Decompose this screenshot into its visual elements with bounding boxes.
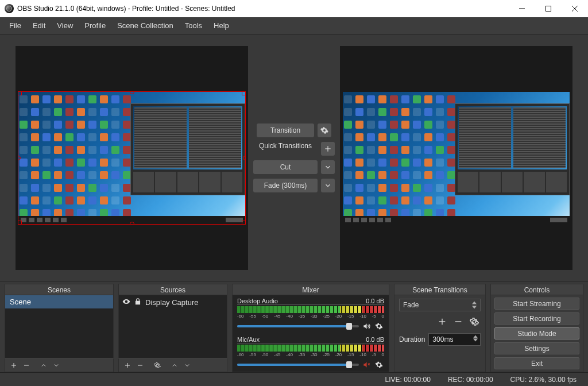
- window-close-button[interactable]: [562, 0, 588, 17]
- source-settings-button[interactable]: [151, 360, 164, 371]
- transition-select-value: Fade: [403, 301, 419, 309]
- scene-transitions-header: Scene Transitions: [394, 284, 486, 295]
- vu-scale: -60-55-50-45-40-35-30-25-20-15-10-50: [237, 352, 384, 357]
- mixer-panel-header: Mixer: [232, 284, 389, 295]
- scene-add-button[interactable]: [7, 360, 20, 371]
- control-button-settings[interactable]: Settings: [494, 342, 579, 354]
- channel-settings-button[interactable]: [374, 321, 384, 331]
- quick-transition-fade-menu[interactable]: [321, 179, 335, 192]
- quick-transition-cut-menu[interactable]: [321, 160, 335, 174]
- mute-button[interactable]: [361, 360, 372, 370]
- vu-scale: -60-55-50-45-40-35-30-25-20-15-10-50: [237, 314, 384, 319]
- menu-edit[interactable]: Edit: [27, 18, 51, 33]
- channel-db: 0.0 dB: [366, 336, 384, 343]
- add-quick-transition-button[interactable]: [321, 142, 335, 156]
- channel-db: 0.0 dB: [366, 298, 384, 304]
- source-item[interactable]: Display Capture: [119, 295, 227, 310]
- menu-view[interactable]: View: [51, 18, 79, 33]
- controls-body: Start StreamingStart RecordingStudio Mod…: [490, 295, 583, 372]
- duration-value: 300ms: [432, 335, 453, 343]
- sources-toolbar: [118, 358, 227, 372]
- window-titlebar: OBS Studio 21.1.0 (64bit, windows) - Pro…: [0, 0, 588, 17]
- mixer-body: Desktop Audio0.0 dB-60-55-50-45-40-35-30…: [232, 295, 389, 372]
- svg-rect-1: [546, 6, 551, 11]
- desktop-icons: [20, 95, 132, 219]
- source-add-button[interactable]: [121, 360, 134, 371]
- resize-handle-mr[interactable]: [243, 156, 245, 160]
- scenes-panel-header: Scenes: [5, 284, 114, 295]
- source-up-button[interactable]: [168, 360, 181, 371]
- scenes-toolbar: [5, 358, 114, 372]
- mixer-panel: Mixer Desktop Audio0.0 dB-60-55-50-45-40…: [232, 284, 389, 372]
- svg-marker-20: [473, 339, 478, 342]
- menu-help[interactable]: Help: [208, 18, 235, 33]
- scene-item[interactable]: Scene: [5, 295, 113, 308]
- transition-button[interactable]: Transition: [257, 123, 314, 137]
- scene-down-button[interactable]: [50, 360, 63, 371]
- mute-button[interactable]: [361, 321, 372, 331]
- quick-transition-fade[interactable]: Fade (300ms): [253, 179, 318, 192]
- resize-handle-bl[interactable]: [18, 221, 22, 224]
- volume-slider[interactable]: [237, 364, 359, 366]
- desktop-icons-program: [344, 95, 457, 219]
- transition-select[interactable]: Fade: [399, 299, 481, 311]
- status-cpu: CPU: 2.6%, 30.00 fps: [510, 376, 577, 384]
- statusbar: LIVE: 00:00:00 REC: 00:00:00 CPU: 2.6%, …: [0, 372, 588, 386]
- transition-add-button[interactable]: [436, 316, 448, 327]
- window-maximize-button[interactable]: [535, 0, 562, 17]
- scenes-panel: Scenes Scene: [5, 284, 114, 372]
- menu-tools[interactable]: Tools: [179, 18, 208, 33]
- status-live: LIVE: 00:00:00: [385, 376, 430, 384]
- sources-panel: Sources Display Capture: [118, 284, 227, 372]
- menu-scene-collection[interactable]: Scene Collection: [111, 18, 179, 33]
- source-remove-button[interactable]: [134, 360, 146, 371]
- control-button-studio-mode[interactable]: Studio Mode: [494, 327, 579, 339]
- quick-transition-cut[interactable]: Cut: [253, 160, 318, 174]
- scenes-list[interactable]: Scene: [5, 295, 114, 358]
- menubar: File Edit View Profile Scene Collection …: [0, 17, 588, 34]
- sources-panel-header: Sources: [118, 284, 227, 295]
- obs-logo-icon: [5, 4, 14, 13]
- resize-handle-tr[interactable]: [242, 92, 245, 95]
- channel-name: Desktop Audio: [237, 298, 278, 304]
- transition-column: Transition Quick Transitions Cut Fade (3…: [248, 123, 340, 192]
- window-minimize-button[interactable]: [509, 0, 535, 17]
- menu-file[interactable]: File: [3, 18, 27, 33]
- menu-profile[interactable]: Profile: [79, 18, 111, 33]
- status-rec: REC: 00:00:00: [448, 376, 493, 384]
- sources-list[interactable]: Display Capture: [118, 295, 227, 358]
- scene-transitions-body: Fade Duration 300ms: [394, 295, 486, 372]
- source-bounding-box[interactable]: [18, 92, 245, 224]
- resize-handle-br[interactable]: [242, 221, 245, 224]
- resize-handle-tm[interactable]: [130, 92, 134, 94]
- duration-input[interactable]: 300ms: [428, 333, 481, 346]
- transition-props-button[interactable]: [468, 316, 481, 327]
- lock-icon[interactable]: [134, 298, 142, 307]
- resize-handle-bm[interactable]: [130, 222, 134, 224]
- quick-transitions-label: Quick Transitions: [253, 142, 318, 156]
- scene-transitions-panel: Scene Transitions Fade Duration 300ms: [394, 284, 486, 372]
- transition-remove-button[interactable]: [452, 316, 465, 327]
- vu-meter: [237, 345, 384, 352]
- channel-settings-button[interactable]: [374, 360, 384, 370]
- scene-remove-button[interactable]: [20, 360, 33, 371]
- control-button-exit[interactable]: Exit: [494, 357, 579, 369]
- nested-window: [130, 103, 245, 195]
- volume-slider[interactable]: [237, 325, 359, 327]
- nested-window-program: [455, 103, 570, 195]
- transition-settings-button[interactable]: [318, 123, 331, 137]
- resize-handle-tl[interactable]: [18, 92, 22, 95]
- control-button-start-recording[interactable]: Start Recording: [494, 312, 579, 325]
- controls-panel: Controls Start StreamingStart RecordingS…: [490, 284, 583, 372]
- duration-spin[interactable]: [472, 335, 479, 344]
- preview-program[interactable]: [340, 46, 572, 270]
- visibility-icon[interactable]: [122, 298, 130, 307]
- source-item-label: Display Capture: [145, 298, 199, 307]
- controls-header: Controls: [490, 284, 583, 295]
- duration-label: Duration: [399, 335, 425, 343]
- scene-up-button[interactable]: [37, 360, 50, 371]
- source-down-button[interactable]: [181, 360, 194, 371]
- control-button-start-streaming[interactable]: Start Streaming: [494, 298, 579, 310]
- preview-edit[interactable]: [16, 46, 248, 270]
- transition-spin[interactable]: [471, 300, 478, 310]
